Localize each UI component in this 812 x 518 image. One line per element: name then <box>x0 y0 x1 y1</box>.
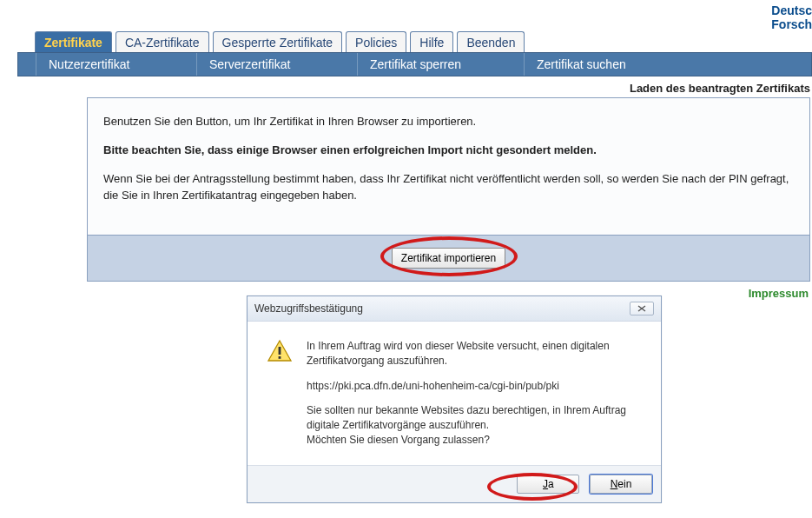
tab-beenden[interactable]: Beenden <box>457 31 525 53</box>
dialog-titlebar: Webzugriffsbestätigung <box>248 296 661 322</box>
svg-rect-1 <box>279 356 281 359</box>
tab-gesperrte-zertifikate[interactable]: Gesperrte Zertifikate <box>213 31 343 53</box>
sub-nav: Nutzerzertifikat Serverzertifikat Zertif… <box>17 52 812 76</box>
dialog-url: https://pki.pca.dfn.de/uni-hohenheim-ca/… <box>307 379 642 394</box>
dialog-yes-button[interactable]: Ja <box>517 475 579 494</box>
main-tabs: Zertifikate CA-Zertifikate Gesperrte Zer… <box>35 31 528 53</box>
dialog-message-1: In Ihrem Auftrag wird von dieser Website… <box>307 339 642 369</box>
tab-hilfe[interactable]: Hilfe <box>410 31 453 53</box>
import-certificate-button[interactable]: Zertifikat importieren <box>392 248 505 269</box>
dialog-title-text: Webzugriffsbestätigung <box>254 302 363 315</box>
brand-logo: Deutsc Forsch <box>771 3 812 31</box>
svg-rect-0 <box>279 347 281 355</box>
notice-paragraph: Bitte beachten Sie, dass einige Browser … <box>103 143 794 159</box>
dialog-button-row: Ja Nein <box>248 465 661 502</box>
dialog-text: In Ihrem Auftrag wird von dieser Website… <box>307 339 642 458</box>
content-text: Benutzen Sie den Button, um Ihr Zertifik… <box>88 98 809 236</box>
impressum-link[interactable]: Impressum <box>749 287 809 300</box>
pin-paragraph: Wenn Sie bei der Antragsstellung bestimm… <box>103 171 794 204</box>
web-access-confirmation-dialog: Webzugriffsbestätigung In Ihrem Auftrag … <box>247 296 662 503</box>
subnav-nutzerzertifikat[interactable]: Nutzerzertifikat <box>36 53 142 76</box>
tab-ca-zertifikate[interactable]: CA-Zertifikate <box>116 31 209 53</box>
tab-policies[interactable]: Policies <box>346 31 406 53</box>
close-icon <box>637 305 647 312</box>
brand-line-2: Forsch <box>771 17 812 31</box>
dialog-no-button[interactable]: Nein <box>590 475 652 494</box>
section-title: Laden des beantragten Zertifikats <box>630 82 810 95</box>
brand-line-1: Deutsc <box>771 3 812 17</box>
dialog-message-2: Sie sollten nur bekannte Websites dazu b… <box>307 403 642 447</box>
warning-icon <box>267 339 296 458</box>
dialog-body: In Ihrem Auftrag wird von dieser Website… <box>248 322 661 465</box>
subnav-zertifikat-suchen[interactable]: Zertifikat suchen <box>524 53 638 76</box>
tab-zertifikate[interactable]: Zertifikate <box>35 31 112 53</box>
dialog-close-button[interactable] <box>630 302 654 315</box>
content-panel: Benutzen Sie den Button, um Ihr Zertifik… <box>87 97 810 282</box>
subnav-zertifikat-sperren[interactable]: Zertifikat sperren <box>357 53 473 76</box>
button-row: Zertifikat importieren <box>88 236 809 281</box>
intro-paragraph: Benutzen Sie den Button, um Ihr Zertifik… <box>103 114 794 130</box>
subnav-serverzertifikat[interactable]: Serverzertifikat <box>196 53 302 76</box>
